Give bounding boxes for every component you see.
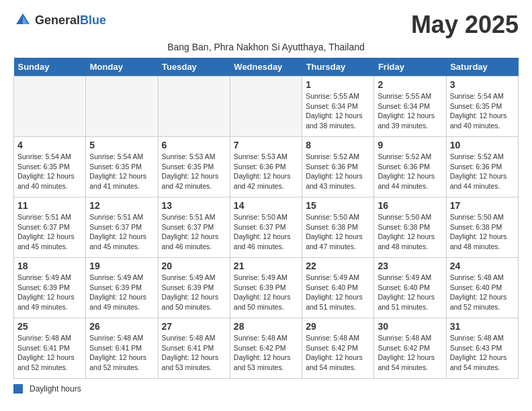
cal-cell: 16Sunrise: 5:50 AM Sunset: 6:38 PM Dayli… — [374, 197, 446, 258]
header-row: SundayMondayTuesdayWednesdayThursdayFrid… — [14, 58, 519, 77]
week-row-3: 18Sunrise: 5:49 AM Sunset: 6:39 PM Dayli… — [14, 258, 519, 318]
day-info: Sunrise: 5:51 AM Sunset: 6:37 PM Dayligh… — [89, 212, 154, 252]
day-number: 3 — [450, 79, 515, 90]
day-info: Sunrise: 5:54 AM Sunset: 6:35 PM Dayligh… — [17, 152, 82, 191]
logo-text-general: General — [35, 13, 80, 27]
col-header-tuesday: Tuesday — [158, 58, 230, 77]
week-row-1: 4Sunrise: 5:54 AM Sunset: 6:35 PM Daylig… — [14, 137, 519, 197]
cal-cell: 14Sunrise: 5:50 AM Sunset: 6:37 PM Dayli… — [230, 197, 302, 258]
day-info: Sunrise: 5:49 AM Sunset: 6:40 PM Dayligh… — [306, 273, 370, 312]
day-info: Sunrise: 5:55 AM Sunset: 6:34 PM Dayligh… — [306, 91, 370, 131]
week-row-0: 1Sunrise: 5:55 AM Sunset: 6:34 PM Daylig… — [14, 77, 519, 137]
cal-cell: 4Sunrise: 5:54 AM Sunset: 6:35 PM Daylig… — [14, 137, 86, 197]
week-row-2: 11Sunrise: 5:51 AM Sunset: 6:37 PM Dayli… — [14, 197, 519, 258]
day-info: Sunrise: 5:48 AM Sunset: 6:42 PM Dayligh… — [306, 333, 370, 373]
cal-cell: 13Sunrise: 5:51 AM Sunset: 6:37 PM Dayli… — [158, 197, 230, 258]
day-number: 21 — [234, 261, 298, 271]
cal-cell: 9Sunrise: 5:52 AM Sunset: 6:36 PM Daylig… — [374, 137, 446, 197]
day-number: 9 — [378, 140, 442, 150]
cal-cell — [158, 77, 230, 137]
day-number: 13 — [162, 200, 226, 211]
day-info: Sunrise: 5:51 AM Sunset: 6:37 PM Dayligh… — [17, 212, 82, 252]
col-header-sunday: Sunday — [14, 58, 86, 77]
cal-cell: 25Sunrise: 5:48 AM Sunset: 6:41 PM Dayli… — [14, 318, 86, 379]
day-number: 22 — [306, 261, 370, 271]
day-number: 10 — [450, 140, 515, 150]
day-info: Sunrise: 5:49 AM Sunset: 6:39 PM Dayligh… — [17, 273, 82, 312]
day-number: 15 — [306, 200, 370, 211]
day-info: Sunrise: 5:54 AM Sunset: 6:35 PM Dayligh… — [450, 91, 515, 131]
col-header-wednesday: Wednesday — [230, 58, 302, 77]
day-number: 26 — [89, 321, 154, 332]
day-number: 1 — [306, 79, 370, 90]
cal-cell — [14, 77, 86, 137]
day-info: Sunrise: 5:55 AM Sunset: 6:34 PM Dayligh… — [378, 91, 442, 131]
day-number: 28 — [234, 321, 298, 332]
cal-cell: 31Sunrise: 5:48 AM Sunset: 6:43 PM Dayli… — [446, 318, 518, 379]
day-info: Sunrise: 5:52 AM Sunset: 6:36 PM Dayligh… — [378, 152, 442, 191]
day-number: 27 — [162, 321, 226, 332]
day-info: Sunrise: 5:49 AM Sunset: 6:40 PM Dayligh… — [378, 273, 442, 312]
day-info: Sunrise: 5:53 AM Sunset: 6:35 PM Dayligh… — [162, 152, 226, 191]
cal-cell: 2Sunrise: 5:55 AM Sunset: 6:34 PM Daylig… — [374, 77, 446, 137]
cal-cell: 7Sunrise: 5:53 AM Sunset: 6:36 PM Daylig… — [230, 137, 302, 197]
cal-cell: 12Sunrise: 5:51 AM Sunset: 6:37 PM Dayli… — [86, 197, 158, 258]
col-header-monday: Monday — [86, 58, 158, 77]
day-number: 4 — [17, 140, 82, 150]
day-info: Sunrise: 5:54 AM Sunset: 6:35 PM Dayligh… — [89, 152, 154, 191]
day-info: Sunrise: 5:48 AM Sunset: 6:42 PM Dayligh… — [378, 333, 442, 373]
cal-cell: 28Sunrise: 5:48 AM Sunset: 6:42 PM Dayli… — [230, 318, 302, 379]
day-info: Sunrise: 5:50 AM Sunset: 6:38 PM Dayligh… — [306, 212, 370, 252]
legend-label: Daylight hours — [30, 384, 81, 394]
day-number: 12 — [89, 200, 154, 211]
logo: GeneralBlue — [13, 11, 106, 30]
day-info: Sunrise: 5:48 AM Sunset: 6:40 PM Dayligh… — [450, 273, 515, 312]
cal-cell: 23Sunrise: 5:49 AM Sunset: 6:40 PM Dayli… — [374, 258, 446, 318]
day-number: 29 — [306, 321, 370, 332]
day-info: Sunrise: 5:50 AM Sunset: 6:37 PM Dayligh… — [234, 212, 298, 252]
calendar-table: SundayMondayTuesdayWednesdayThursdayFrid… — [13, 58, 519, 379]
day-number: 2 — [378, 79, 442, 90]
cal-cell: 8Sunrise: 5:52 AM Sunset: 6:36 PM Daylig… — [302, 137, 374, 197]
week-row-4: 25Sunrise: 5:48 AM Sunset: 6:41 PM Dayli… — [14, 318, 519, 379]
day-info: Sunrise: 5:48 AM Sunset: 6:42 PM Dayligh… — [234, 333, 298, 373]
logo-text-blue: Blue — [80, 13, 106, 27]
day-number: 17 — [450, 200, 515, 211]
subtitle: Bang Ban, Phra Nakhon Si Ayutthaya, Thai… — [13, 42, 519, 52]
col-header-thursday: Thursday — [302, 58, 374, 77]
day-number: 31 — [450, 321, 515, 332]
logo-icon — [13, 11, 32, 30]
cal-cell: 5Sunrise: 5:54 AM Sunset: 6:35 PM Daylig… — [86, 137, 158, 197]
day-info: Sunrise: 5:53 AM Sunset: 6:36 PM Dayligh… — [234, 152, 298, 191]
cal-cell: 17Sunrise: 5:50 AM Sunset: 6:38 PM Dayli… — [446, 197, 518, 258]
day-info: Sunrise: 5:52 AM Sunset: 6:36 PM Dayligh… — [450, 152, 515, 191]
day-number: 23 — [378, 261, 442, 271]
day-info: Sunrise: 5:49 AM Sunset: 6:39 PM Dayligh… — [89, 273, 154, 312]
day-number: 19 — [89, 261, 154, 271]
day-info: Sunrise: 5:48 AM Sunset: 6:41 PM Dayligh… — [162, 333, 226, 373]
day-number: 11 — [17, 200, 82, 211]
cal-cell: 21Sunrise: 5:49 AM Sunset: 6:39 PM Dayli… — [230, 258, 302, 318]
day-number: 8 — [306, 140, 370, 150]
cal-cell: 26Sunrise: 5:48 AM Sunset: 6:41 PM Dayli… — [86, 318, 158, 379]
cal-cell: 22Sunrise: 5:49 AM Sunset: 6:40 PM Dayli… — [302, 258, 374, 318]
day-info: Sunrise: 5:50 AM Sunset: 6:38 PM Dayligh… — [450, 212, 515, 252]
day-info: Sunrise: 5:50 AM Sunset: 6:38 PM Dayligh… — [378, 212, 442, 252]
cal-cell: 10Sunrise: 5:52 AM Sunset: 6:36 PM Dayli… — [446, 137, 518, 197]
cal-cell: 30Sunrise: 5:48 AM Sunset: 6:42 PM Dayli… — [374, 318, 446, 379]
cal-cell: 24Sunrise: 5:48 AM Sunset: 6:40 PM Dayli… — [446, 258, 518, 318]
day-number: 16 — [378, 200, 442, 211]
cal-cell: 19Sunrise: 5:49 AM Sunset: 6:39 PM Dayli… — [86, 258, 158, 318]
col-header-friday: Friday — [374, 58, 446, 77]
cal-cell: 6Sunrise: 5:53 AM Sunset: 6:35 PM Daylig… — [158, 137, 230, 197]
footer: Daylight hours — [13, 384, 519, 394]
cal-cell: 18Sunrise: 5:49 AM Sunset: 6:39 PM Dayli… — [14, 258, 86, 318]
day-info: Sunrise: 5:51 AM Sunset: 6:37 PM Dayligh… — [162, 212, 226, 252]
legend-box — [13, 384, 23, 394]
day-info: Sunrise: 5:49 AM Sunset: 6:39 PM Dayligh… — [162, 273, 226, 312]
day-info: Sunrise: 5:49 AM Sunset: 6:39 PM Dayligh… — [234, 273, 298, 312]
day-number: 14 — [234, 200, 298, 211]
day-number: 5 — [89, 140, 154, 150]
day-number: 24 — [450, 261, 515, 271]
cal-cell: 20Sunrise: 5:49 AM Sunset: 6:39 PM Dayli… — [158, 258, 230, 318]
